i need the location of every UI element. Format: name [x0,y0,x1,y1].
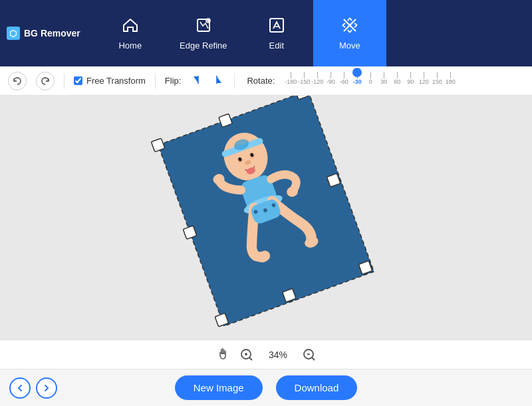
rotate-label: Rotate: [247,76,275,86]
undo-button[interactable] [8,72,27,90]
free-transform-text: Free Transform [86,76,146,86]
divider-3 [234,73,235,89]
undo-icon [13,76,22,86]
bottom-bar: New Image Download [0,369,532,406]
svg-text:⬡: ⬡ [9,29,17,39]
nav-item-move-label: Move [339,41,360,51]
flip-horizontal-button[interactable] [190,74,206,88]
zoom-in-button[interactable] [240,348,253,361]
free-transform-checkbox[interactable] [74,76,82,85]
move-icon [341,17,358,37]
home-icon [122,17,139,37]
zoom-out-button[interactable] [303,348,316,361]
next-button[interactable] [36,377,57,399]
new-image-button[interactable]: New Image [175,375,263,400]
nav-item-edit-label: Edit [269,41,284,51]
app-logo: ⬡ BG Remover [7,27,80,40]
nav-item-edge-refine-label: Edge Refine [180,41,227,51]
baby-figure [188,116,338,289]
canvas-area [0,96,532,340]
nav-arrows [9,377,57,399]
flip-label: Flip: [165,76,182,86]
edge-refine-icon [195,17,212,37]
zoom-bar: 34% [0,340,532,369]
nav-item-move[interactable]: Move [313,0,386,66]
svg-line-46 [312,357,315,360]
image-background [158,96,374,326]
app-logo-icon: ⬡ [7,27,20,40]
redo-icon [41,76,50,86]
hand-tool-icon[interactable] [216,347,229,363]
nav-items: Home Edge Refine [94,0,525,66]
prev-button[interactable] [9,377,31,399]
app-title: BG Remover [24,28,80,39]
nav-item-edge-refine[interactable]: Edge Refine [167,0,240,66]
download-button[interactable]: Download [276,375,358,400]
nav-item-home-label: Home [118,41,142,51]
rotate-ruler-container: -180 -150 -120 -90 [284,70,457,92]
toolbar: Free Transform Flip: Rotate: [0,66,532,96]
zoom-percent: 34% [264,350,292,360]
svg-marker-8 [194,76,198,83]
divider-1 [64,73,65,89]
flip-buttons [190,74,225,88]
image-container[interactable] [158,96,374,326]
nav-item-home[interactable]: Home [94,0,167,66]
edit-icon [268,17,285,37]
divider-2 [155,73,156,89]
free-transform-label[interactable]: Free Transform [74,76,146,86]
svg-line-43 [249,357,252,360]
nav-item-edit[interactable]: Edit [240,0,313,66]
navbar: ⬡ BG Remover Home [0,0,532,66]
flip-vertical-button[interactable] [209,74,225,88]
rotate-ruler: -180 -150 -120 -90 [284,72,457,90]
svg-marker-10 [217,76,221,83]
redo-button[interactable] [36,72,55,90]
